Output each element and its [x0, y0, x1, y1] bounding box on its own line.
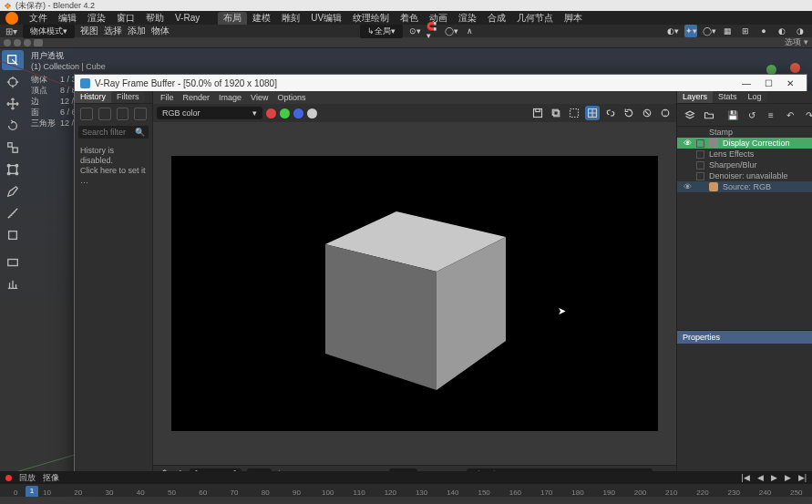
properties-header[interactable]: Properties: [677, 330, 812, 344]
vfb-track-mouse-icon[interactable]: [585, 106, 600, 120]
transport-next-icon[interactable]: ▶: [785, 473, 791, 482]
shade-matprev-icon[interactable]: ◐: [776, 25, 788, 37]
prop-falloff-icon[interactable]: ∧: [463, 25, 476, 37]
tab-stats[interactable]: Stats: [713, 91, 743, 103]
editor-type-icon[interactable]: ⊞▾: [5, 26, 17, 36]
tool-move[interactable]: [2, 94, 24, 114]
channel-green-icon[interactable]: [280, 108, 290, 118]
transport-start-icon[interactable]: |◀: [741, 473, 749, 482]
workspace-geonodes[interactable]: 几何节点: [511, 12, 559, 25]
orientation-dropdown[interactable]: ↳ 全局 ▾: [360, 25, 403, 38]
window-maximize-icon[interactable]: ☐: [757, 78, 779, 88]
menu-view[interactable]: 视图: [80, 25, 98, 37]
layer-redo-icon[interactable]: ↷: [802, 108, 812, 122]
overlays-icon[interactable]: ◐▾: [666, 25, 679, 37]
layer-save-icon[interactable]: 💾: [725, 108, 740, 122]
pivot-icon[interactable]: ⊙▾: [408, 25, 421, 37]
render-viewport[interactable]: ➤: [153, 122, 676, 465]
workspace-render[interactable]: 渲染: [453, 12, 482, 25]
vfb-titlebar[interactable]: V-Ray Frame Buffer - [50.0% of 1920 x 10…: [75, 75, 807, 91]
layer-display-correction[interactable]: 👁Display Correction: [677, 138, 812, 149]
gizmo-x[interactable]: [790, 63, 800, 73]
shade-render-icon[interactable]: ◑: [794, 25, 807, 37]
shade-wire-icon[interactable]: ⊞: [739, 25, 752, 37]
vfb-copy-icon[interactable]: [549, 106, 563, 120]
menu-object[interactable]: 物体: [151, 25, 170, 37]
vfb-menu-options[interactable]: Options: [277, 93, 305, 102]
eye-icon[interactable]: 👁: [683, 139, 692, 148]
vfb-menu-image[interactable]: Image: [219, 93, 242, 102]
checkbox-icon[interactable]: [696, 161, 704, 170]
vfb-stop-icon[interactable]: [640, 106, 654, 120]
vfb-refresh-icon[interactable]: [622, 106, 636, 120]
tab-layers[interactable]: Layers: [677, 91, 713, 103]
layer-stamp[interactable]: Stamp: [677, 127, 812, 138]
tool-select-box[interactable]: [2, 50, 24, 70]
vfb-ipr-icon[interactable]: [658, 106, 673, 120]
tool-measure[interactable]: [2, 203, 24, 223]
checkbox-icon[interactable]: [696, 172, 704, 180]
menu-help[interactable]: 帮助: [140, 12, 170, 25]
checkbox-icon[interactable]: [696, 150, 704, 159]
vfb-menu-file[interactable]: File: [160, 93, 174, 102]
history-disabled-message[interactable]: History is disabled. Click here to set i…: [75, 140, 152, 191]
workspace-layout[interactable]: 布局: [218, 12, 247, 25]
tool-rotate[interactable]: [2, 116, 24, 136]
history-load-icon[interactable]: [98, 108, 111, 120]
workspace-comp[interactable]: 合成: [482, 12, 511, 25]
xray-icon[interactable]: ▦: [721, 25, 734, 37]
menu-window[interactable]: 窗口: [111, 12, 140, 25]
record-icon[interactable]: [5, 475, 12, 481]
history-search-input[interactable]: Search filter 🔍: [78, 126, 149, 139]
status-play[interactable]: 回放: [19, 472, 36, 484]
vray-render-start-icon[interactable]: [4, 39, 11, 46]
vray-vfb-icon[interactable]: [34, 39, 43, 46]
history-save-icon[interactable]: [80, 108, 93, 120]
transport-play-icon[interactable]: ▶: [771, 473, 777, 482]
channel-blue-icon[interactable]: [293, 108, 303, 118]
window-close-icon[interactable]: ✕: [779, 78, 801, 88]
menu-render[interactable]: 渲染: [82, 12, 111, 25]
window-minimize-icon[interactable]: —: [735, 78, 757, 88]
layer-folder-icon[interactable]: [702, 108, 716, 122]
menu-select[interactable]: 选择: [104, 25, 122, 37]
layer-add-icon[interactable]: [683, 108, 697, 122]
timeline[interactable]: 1 0 10 20 30 40 50 60 70 80 90 100 110 1…: [0, 484, 812, 497]
vfb-save-icon[interactable]: [530, 106, 545, 120]
checkbox-icon[interactable]: [696, 139, 704, 148]
layer-lens-effects[interactable]: Lens Effects: [677, 149, 812, 159]
workspace-shading[interactable]: 着色: [395, 12, 424, 25]
gizmo-toggle-icon[interactable]: ✦▾: [684, 25, 697, 37]
channel-mono-icon[interactable]: [307, 108, 317, 118]
eye-icon[interactable]: 👁: [683, 182, 692, 191]
status-key[interactable]: 抠像: [43, 472, 59, 484]
layer-reset-icon[interactable]: ↺: [745, 108, 759, 122]
vfb-link-icon[interactable]: [603, 106, 618, 120]
vfb-menu-view[interactable]: View: [251, 93, 268, 102]
menu-vray[interactable]: V-Ray: [170, 13, 205, 23]
vray-ipr-icon[interactable]: [14, 39, 21, 46]
tool-cursor[interactable]: [2, 72, 24, 92]
tool-vray-2[interactable]: [2, 274, 24, 294]
vfb-region-icon[interactable]: [567, 106, 581, 120]
history-trash-icon[interactable]: [134, 108, 147, 120]
layer-sharpen-blur[interactable]: Sharpen/Blur: [677, 159, 812, 170]
tab-log[interactable]: Log: [743, 91, 767, 103]
layer-list-icon[interactable]: ≡: [764, 108, 778, 122]
transport-end-icon[interactable]: ▶|: [798, 473, 807, 482]
tab-history[interactable]: History: [75, 91, 111, 103]
tab-filters[interactable]: Filters: [111, 91, 145, 103]
viewport-3d[interactable]: 用户透视 (1) Collection | Cube 物体1 / 3 顶点8 /…: [0, 48, 812, 497]
workspace-sculpt[interactable]: 雕刻: [276, 12, 305, 25]
workspace-script[interactable]: 脚本: [559, 12, 588, 25]
shade-solid-icon[interactable]: ●: [757, 25, 770, 37]
layer-denoiser[interactable]: Denoiser: unavailable: [677, 170, 812, 181]
channel-red-icon[interactable]: [266, 108, 276, 118]
tool-add-cube[interactable]: [2, 225, 24, 245]
layer-source[interactable]: 👁Source: RGB: [677, 181, 812, 192]
workspace-texpaint[interactable]: 纹理绘制: [347, 12, 395, 25]
channel-dropdown[interactable]: RGB color▾: [157, 107, 262, 119]
workspace-uv[interactable]: UV编辑: [305, 12, 347, 25]
layer-undo-icon[interactable]: ↶: [783, 108, 797, 122]
proportional-icon[interactable]: ◯▾: [445, 25, 457, 37]
